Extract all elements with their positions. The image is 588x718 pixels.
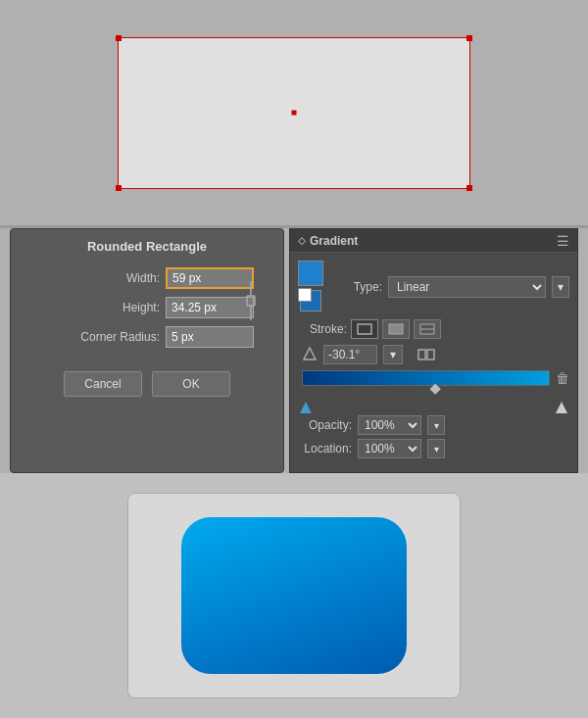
svg-rect-11 [418, 350, 425, 359]
stroke-label: Stroke: [298, 322, 347, 336]
gradient-stops [300, 400, 567, 413]
location-select[interactable]: 100% 50% 0% [358, 439, 421, 458]
gradient-panel-header: ◇ Gradient ☰ [290, 229, 577, 253]
height-row: Height: [21, 297, 273, 318]
gradient-stop-left[interactable] [300, 402, 312, 413]
panel-menu-icon[interactable]: ☰ [557, 233, 569, 249]
opacity-row: Opacity: 100% 75% 50% ▾ [298, 415, 569, 435]
svg-rect-7 [389, 324, 403, 334]
stroke-btn-1[interactable] [351, 319, 378, 339]
cancel-button[interactable]: Cancel [64, 371, 142, 397]
width-label: Width: [72, 271, 160, 285]
gradient-panel-body: Type: Linear Radial ▾ Stroke: [290, 253, 577, 472]
opacity-label: Opacity: [298, 418, 352, 432]
rounded-rectangle-dialog: Rounded Rectangle Width: Height: [10, 228, 284, 473]
type-dropdown-arrow[interactable]: ▾ [552, 276, 569, 298]
preview-rounded-rectangle [181, 517, 407, 674]
height-label: Height: [72, 301, 160, 314]
handle-bottom-right[interactable] [466, 185, 472, 191]
canvas-rectangle [118, 37, 470, 189]
svg-rect-12 [427, 350, 434, 359]
gradient-panel: ◇ Gradient ☰ Type: Linear Radi [289, 228, 578, 473]
gradient-stop-right[interactable] [556, 402, 567, 413]
preview-card [127, 493, 461, 698]
canvas-area [0, 0, 588, 225]
width-row: Width: [21, 267, 273, 289]
height-input[interactable] [166, 297, 254, 318]
corner-label: Corner Radius: [72, 330, 160, 344]
gradient-bar-wrapper: 🗑 [298, 370, 569, 413]
stroke-btn-2[interactable] [382, 319, 410, 339]
ok-button[interactable]: OK [152, 371, 230, 397]
type-row: Type: Linear Radial ▾ [298, 261, 569, 313]
corner-input[interactable] [166, 326, 254, 348]
swatch-stack [298, 261, 323, 313]
stroke-row: Stroke: [298, 319, 569, 339]
svg-marker-10 [304, 348, 316, 359]
angle-dropdown-arrow[interactable]: ▾ [383, 345, 403, 364]
type-select[interactable]: Linear Radial [388, 276, 546, 298]
gradient-bar[interactable] [302, 370, 550, 386]
opacity-dropdown-arrow[interactable]: ▾ [427, 415, 445, 435]
type-label: Type: [333, 280, 382, 294]
constraint-icon[interactable] [242, 277, 260, 324]
angle-row: ▾ [298, 345, 569, 364]
width-input[interactable] [166, 267, 254, 289]
opacity-select[interactable]: 100% 75% 50% [358, 415, 421, 435]
location-dropdown-arrow[interactable]: ▾ [427, 439, 445, 458]
white-swatch [298, 288, 312, 302]
dialog-title: Rounded Rectangle [87, 239, 207, 254]
stroke-btn-3[interactable] [414, 319, 441, 339]
dialog-buttons: Cancel OK [64, 371, 230, 397]
delete-gradient-icon[interactable]: 🗑 [556, 370, 569, 386]
handle-top-left[interactable] [116, 35, 122, 41]
preview-area [0, 473, 588, 718]
center-dot [292, 111, 297, 116]
handle-top-right[interactable] [466, 35, 472, 41]
panels-row: Rounded Rectangle Width: Height: [0, 228, 588, 473]
angle-icon [302, 346, 318, 364]
handle-bottom-left[interactable] [116, 185, 122, 191]
location-row: Location: 100% 50% 0% ▾ [298, 439, 569, 458]
aspect-ratio-icon[interactable] [416, 345, 436, 364]
foreground-swatch[interactable] [298, 261, 323, 286]
svg-rect-6 [358, 324, 371, 334]
angle-input[interactable] [323, 345, 377, 364]
location-label: Location: [298, 442, 352, 455]
gradient-title: ◇ Gradient [298, 234, 358, 248]
corner-radius-row: Corner Radius: [21, 326, 273, 348]
